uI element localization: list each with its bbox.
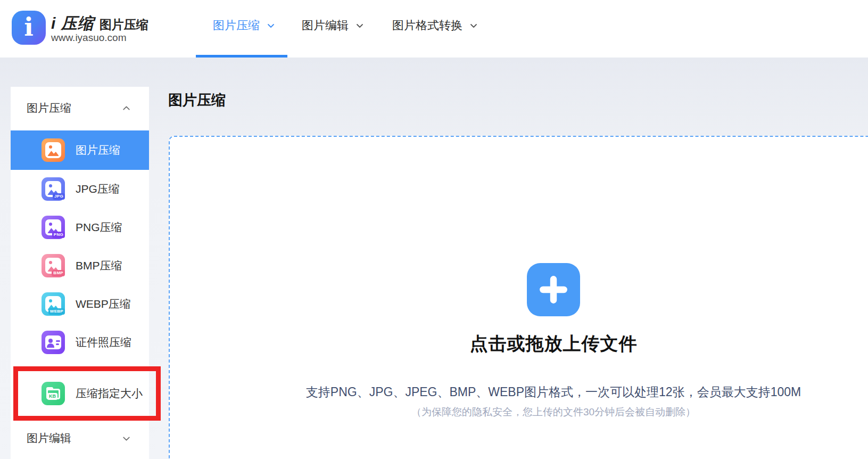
sidebar-item-label: 图片压缩: [76, 143, 120, 158]
kb-chip: KB: [47, 393, 57, 400]
nav-tab-label: 图片编辑: [302, 18, 349, 34]
sidebar-item-webp-compress[interactable]: WEBP WEBP压缩: [11, 285, 149, 323]
section-label: 图片编辑: [27, 431, 122, 446]
sidebar-item-bmp-compress[interactable]: BMP BMP压缩: [11, 247, 149, 285]
sidebar: 图片压缩 图片压缩 JPG JPG压缩 PNG PNG压缩: [11, 87, 149, 459]
bmp-file-icon: BMP: [42, 254, 65, 277]
sidebar-item-png-compress[interactable]: PNG PNG压缩: [11, 208, 149, 247]
chevron-down-icon: [469, 21, 478, 30]
sidebar-item-label: 证件照压缩: [76, 335, 131, 350]
sidebar-section-image-compress[interactable]: 图片压缩: [11, 87, 149, 129]
supported-formats-text: 支持PNG、JPG、JPEG、BMP、WEBP图片格式，一次可以处理12张，会员…: [170, 384, 868, 400]
sidebar-item-jpg-compress[interactable]: JPG JPG压缩: [11, 170, 149, 208]
logo-letter: i: [24, 15, 33, 39]
brand-titles: i 压缩 图片压缩: [51, 13, 148, 35]
plus-icon: [538, 274, 569, 305]
sidebar-item-label: 压缩指定大小: [76, 386, 143, 401]
nav-tab-label: 图片压缩: [213, 18, 260, 34]
webp-file-icon: WEBP: [42, 292, 65, 316]
chevron-down-icon: [122, 434, 131, 443]
nav-tab-format-convert[interactable]: 图片格式转换: [392, 18, 478, 34]
jpg-badge: JPG: [53, 193, 65, 200]
nav-tab-label: 图片格式转换: [392, 18, 462, 34]
top-header: i i 压缩 图片压缩 www.iyasuo.com 图片压缩 图片编辑 图片格…: [0, 0, 868, 58]
image-compress-orange-icon: [42, 138, 65, 162]
page-title: 图片压缩: [168, 91, 226, 110]
upload-instruction: 点击或拖放上传文件: [170, 332, 868, 356]
png-file-icon: PNG: [42, 216, 65, 239]
id-card-icon: [42, 331, 65, 354]
brand-name: i 压缩: [51, 13, 94, 35]
site-logo-icon[interactable]: i: [12, 11, 46, 45]
png-badge: PNG: [52, 232, 65, 238]
active-tab-underline: [196, 55, 287, 58]
sidebar-item-idphoto-compress[interactable]: 证件照压缩: [11, 323, 149, 362]
jpg-file-icon: JPG: [42, 177, 65, 201]
chevron-up-icon: [122, 104, 131, 113]
folder-kb-icon: KB: [42, 382, 65, 405]
sidebar-item-compress-to-size[interactable]: KB 压缩指定大小: [11, 374, 149, 413]
add-files-button[interactable]: [527, 263, 580, 316]
brand-tagline: 图片压缩: [100, 17, 148, 33]
chevron-down-icon: [356, 21, 364, 30]
chevron-down-icon: [267, 21, 275, 30]
section-label: 图片压缩: [27, 101, 122, 116]
brand-url: www.iyasuo.com: [51, 32, 127, 44]
upload-dropzone[interactable]: 点击或拖放上传文件 支持PNG、JPG、JPEG、BMP、WEBP图片格式，一次…: [169, 136, 868, 459]
sidebar-item-image-compress[interactable]: 图片压缩: [11, 130, 149, 170]
bmp-badge: BMP: [52, 270, 65, 276]
sidebar-item-label: BMP压缩: [76, 258, 122, 273]
privacy-note-text: （为保障您的隐私安全，您上传的文件30分钟后会被自动删除）: [170, 405, 868, 419]
sidebar-section-image-edit[interactable]: 图片编辑: [11, 417, 149, 459]
sidebar-item-label: WEBP压缩: [76, 297, 131, 312]
nav-tab-image-edit[interactable]: 图片编辑: [302, 18, 364, 34]
sidebar-item-label: PNG压缩: [76, 220, 122, 235]
nav-tab-image-compress[interactable]: 图片压缩: [213, 18, 275, 34]
webp-badge: WEBP: [48, 308, 65, 315]
sidebar-item-label: JPG压缩: [76, 182, 120, 196]
